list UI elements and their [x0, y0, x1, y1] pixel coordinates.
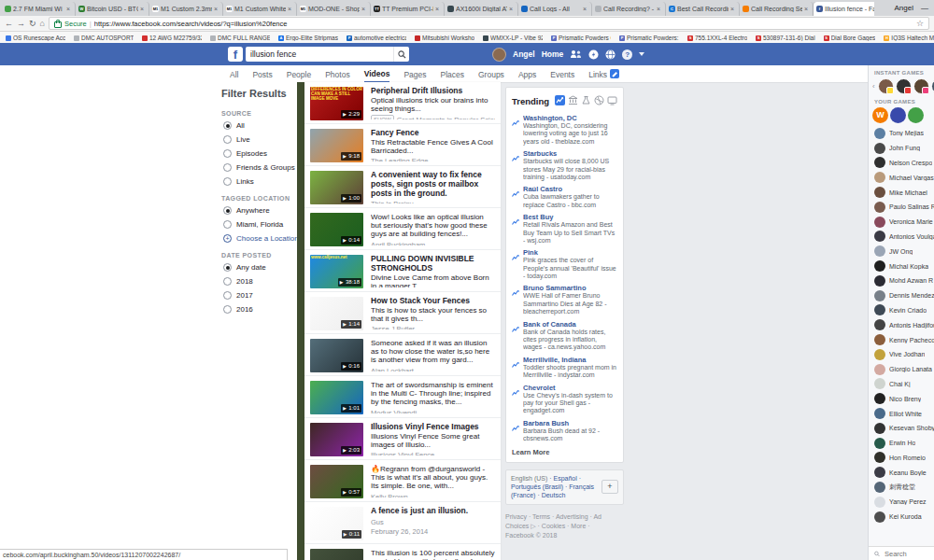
tab-links[interactable]: Links — [588, 66, 607, 82]
contact-row[interactable]: Michael Vargas — [869, 170, 934, 185]
filter-option[interactable]: Any date — [223, 263, 296, 272]
video-result-row[interactable]: ▶ 2:03Illusions Vinyl Fence ImagesIllusi… — [304, 418, 501, 460]
tab-videos[interactable]: Videos — [364, 65, 390, 83]
tab-close-icon[interactable]: × — [361, 6, 367, 12]
messenger-icon[interactable] — [588, 49, 599, 60]
contact-row[interactable]: Antonios Voulgar — [869, 230, 934, 245]
bookmark-item[interactable]: PPrismatic Powders C — [551, 35, 611, 41]
filter-option[interactable]: 2016 — [223, 305, 296, 314]
browser-tab[interactable]: M1M1 Custom 2.3mm OD V× — [149, 2, 223, 16]
browser-tab[interactable]: Call Recording? - Help &× — [592, 2, 666, 16]
trending-topic-link[interactable]: Raúl Castro — [523, 185, 617, 193]
trending-politics-icon[interactable] — [568, 92, 578, 109]
contact-row[interactable]: Chai Kj — [869, 377, 934, 392]
notifications-globe-icon[interactable] — [605, 49, 616, 60]
video-title[interactable]: A fence is just an illusion. — [371, 507, 495, 516]
video-author[interactable]: Jesse J Butler — [371, 325, 495, 329]
back-icon[interactable]: ← — [5, 20, 13, 28]
collapse-games-icon[interactable]: ‹ — [872, 82, 875, 91]
bookmark-item[interactable]: SDial Bore Gages — [824, 35, 876, 41]
bookmark-item[interactable]: OS Runescape Acco — [6, 35, 65, 41]
contact-row[interactable]: Hon Romeio — [869, 451, 934, 466]
filter-option[interactable]: Live — [223, 135, 296, 144]
video-title[interactable]: Fancy Fence — [371, 129, 495, 138]
video-result-row[interactable]: ▶ 0:14Wow! Looks like an optical illusio… — [304, 208, 501, 250]
video-title[interactable]: Peripheral Drift Illusions — [371, 87, 495, 96]
contact-row[interactable]: Paulo Salinas Rg — [869, 200, 934, 215]
video-title[interactable]: How to Stack Your Fences — [371, 297, 495, 306]
video-thumbnail[interactable]: ▶ 2:03 — [310, 423, 363, 456]
tab-places[interactable]: Places — [440, 66, 464, 82]
tab-events[interactable]: Events — [550, 66, 574, 82]
filter-option[interactable]: 2017 — [223, 291, 296, 300]
video-thumbnail[interactable]: ▶ 0:43 — [310, 549, 363, 560]
contact-row[interactable]: Kei Kuroda — [869, 510, 934, 525]
video-author[interactable]: Gus — [371, 518, 495, 526]
address-bar[interactable]: Secure | https://www.facebook.com/search… — [49, 17, 929, 30]
instant-game-avatar[interactable] — [896, 78, 912, 94]
filter-option[interactable]: Links — [223, 177, 296, 186]
browser-tab[interactable]: Call Recording Service -× — [740, 2, 814, 16]
bookmark-item[interactable]: Pautomotive electrical — [347, 35, 406, 41]
refresh-icon[interactable]: ↻ — [29, 20, 36, 28]
tab-close-icon[interactable]: × — [140, 6, 146, 12]
tab-photos[interactable]: Photos — [325, 66, 349, 82]
filter-option[interactable]: Episodes — [223, 149, 296, 158]
video-author[interactable]: The Leading Edge — [371, 157, 495, 161]
footer-links[interactable]: Privacy · Terms · Advertising · Ad Choic… — [505, 512, 624, 531]
search-input[interactable] — [246, 49, 393, 59]
bookmark-item[interactable]: S530897-131-6) Dial — [756, 35, 815, 41]
contact-row[interactable]: Mohd Azwan R — [869, 273, 934, 288]
video-thumbnail[interactable]: ▶ 0:11 — [310, 507, 363, 540]
contact-row[interactable]: Kesevan Shoby — [869, 421, 934, 436]
contact-row[interactable]: Nico Breny — [869, 391, 934, 406]
contact-row[interactable]: Giorgio Lanata — [869, 362, 934, 377]
browser-tab[interactable]: Call Logs - All× — [518, 2, 592, 16]
contacts-search-box[interactable] — [869, 546, 934, 560]
video-author[interactable]: This Is Brainy — [371, 200, 495, 203]
video-author[interactable]: Illusions Vinyl Fence — [371, 451, 495, 455]
trending-item[interactable]: PinkPink graces the cover of People's an… — [506, 246, 623, 282]
video-title[interactable]: A convenient way to fix fence posts, sig… — [371, 171, 495, 198]
contact-row[interactable]: Keanu Boyle — [869, 465, 934, 480]
video-author[interactable]: SHOWGreat Moments in Popular Science — [371, 115, 495, 119]
trending-item[interactable]: Bruno SammartinoWWE Hall of Famer Bruno … — [506, 282, 623, 317]
tab-people[interactable]: People — [287, 66, 311, 82]
trending-item[interactable]: Barbara BushBarbara Bush dead at 92 - cb… — [506, 417, 623, 445]
trending-topic-link[interactable]: Merrillville, Indiana — [523, 356, 617, 364]
url-text[interactable]: https://www.facebook.com/search/videos/?… — [94, 20, 913, 28]
help-icon[interactable]: ? — [622, 49, 632, 60]
add-language-button[interactable]: + — [601, 480, 618, 494]
video-author[interactable]: Modus Vivendi — [371, 409, 495, 413]
tab-close-icon[interactable]: × — [583, 6, 588, 12]
video-result-row[interactable]: ▶ 0:57🔥Regrann from @durgansworld - This… — [304, 460, 501, 502]
contact-row[interactable]: Mike Michael — [869, 185, 934, 200]
contact-row[interactable]: Dennis Mendez — [869, 288, 934, 303]
video-title[interactable]: Illusions Vinyl Fence Images — [371, 423, 495, 432]
video-thumbnail[interactable]: ▶ 1:14 — [310, 297, 363, 330]
contact-row[interactable]: Nelson Crespo — [869, 156, 934, 171]
video-result-row[interactable]: ▶ 1:00A convenient way to fix fence post… — [304, 166, 501, 208]
tab-apps[interactable]: Apps — [518, 66, 536, 82]
bookmark-star-icon[interactable]: ☆ — [916, 19, 924, 28]
radio-button[interactable] — [223, 206, 232, 215]
trending-topic-link[interactable]: Washington, DC — [523, 114, 617, 122]
filter-option[interactable]: All — [223, 121, 296, 130]
video-result-row[interactable]: DIFFERENCES IN COLOR CAN MAKE A STILL IM… — [304, 82, 501, 124]
window-minimize-icon[interactable]: — — [921, 4, 928, 12]
trending-topic-link[interactable]: Barbara Bush — [523, 419, 617, 427]
tab-close-icon[interactable]: × — [730, 6, 736, 12]
radio-button[interactable] — [223, 177, 232, 186]
contact-row[interactable]: 刺青稔堂 — [869, 480, 934, 495]
video-result-row[interactable]: ▶ 0:16Someone asked if it was an illusio… — [304, 334, 501, 376]
facebook-logo[interactable]: f — [228, 47, 243, 62]
radio-button[interactable] — [223, 121, 232, 130]
contact-row[interactable]: Yanay Perez — [869, 495, 934, 510]
bookmark-item[interactable]: PPrismatic Powders: H — [619, 35, 679, 41]
your-game-icon[interactable]: W — [872, 107, 888, 123]
bookmark-item[interactable]: WMXX-LP - Vibe 92 — [483, 35, 543, 41]
tab-close-icon[interactable]: × — [657, 6, 662, 12]
search-icon[interactable] — [393, 47, 409, 62]
contact-row[interactable]: Vive Jodhan — [869, 347, 934, 362]
trending-topic-link[interactable]: Pink — [523, 248, 617, 257]
